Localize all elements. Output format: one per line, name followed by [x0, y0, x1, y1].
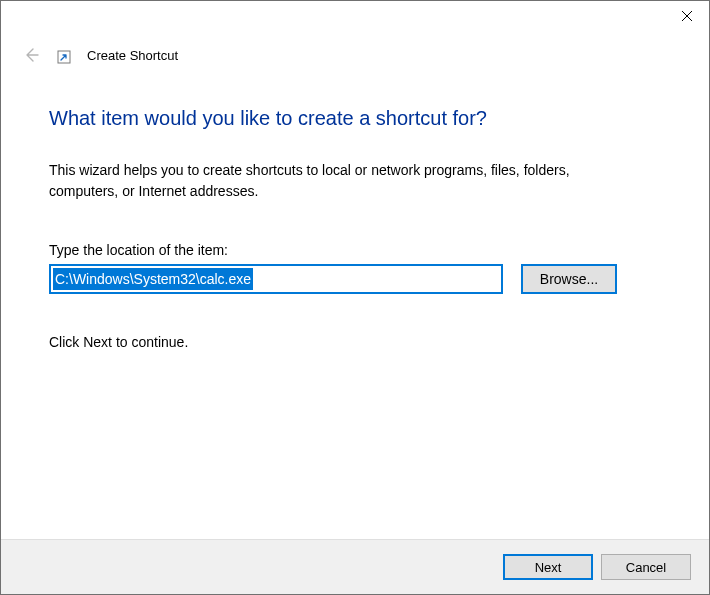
location-input-row: C:\Windows\System32\calc.exe Browse... [49, 264, 661, 294]
create-shortcut-wizard-window: Create Shortcut What item would you like… [0, 0, 710, 595]
back-button [21, 45, 41, 65]
wizard-title: Create Shortcut [87, 48, 178, 63]
location-field-label: Type the location of the item: [49, 242, 661, 258]
wizard-description: This wizard helps you to create shortcut… [49, 160, 609, 202]
wizard-footer: Next Cancel [1, 539, 709, 594]
next-button[interactable]: Next [503, 554, 593, 580]
wizard-header: Create Shortcut [1, 31, 709, 65]
titlebar [1, 1, 709, 31]
continue-hint: Click Next to continue. [49, 334, 661, 350]
back-arrow-icon [23, 47, 39, 63]
location-input[interactable]: C:\Windows\System32\calc.exe [49, 264, 503, 294]
location-input-value: C:\Windows\System32\calc.exe [53, 268, 253, 290]
shortcut-icon [57, 50, 71, 64]
cancel-button[interactable]: Cancel [601, 554, 691, 580]
page-heading: What item would you like to create a sho… [49, 107, 661, 130]
close-icon [682, 11, 692, 21]
browse-button[interactable]: Browse... [521, 264, 617, 294]
close-button[interactable] [664, 1, 709, 31]
wizard-content: What item would you like to create a sho… [1, 65, 709, 539]
